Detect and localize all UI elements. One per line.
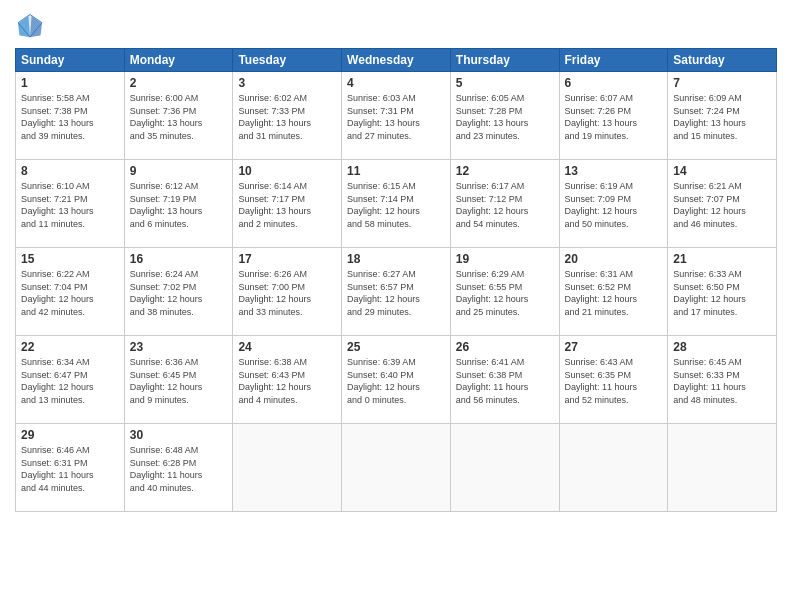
calendar-day: 7Sunrise: 6:09 AM Sunset: 7:24 PM Daylig… [668, 72, 777, 160]
day-info: Sunrise: 6:45 AM Sunset: 6:33 PM Dayligh… [673, 356, 771, 406]
day-info: Sunrise: 6:05 AM Sunset: 7:28 PM Dayligh… [456, 92, 554, 142]
day-number: 13 [565, 164, 663, 178]
day-number: 16 [130, 252, 228, 266]
calendar-day: 6Sunrise: 6:07 AM Sunset: 7:26 PM Daylig… [559, 72, 668, 160]
day-number: 18 [347, 252, 445, 266]
day-info: Sunrise: 6:09 AM Sunset: 7:24 PM Dayligh… [673, 92, 771, 142]
day-info: Sunrise: 6:34 AM Sunset: 6:47 PM Dayligh… [21, 356, 119, 406]
logo-icon [15, 10, 45, 40]
day-info: Sunrise: 6:15 AM Sunset: 7:14 PM Dayligh… [347, 180, 445, 230]
calendar-day: 13Sunrise: 6:19 AM Sunset: 7:09 PM Dayli… [559, 160, 668, 248]
calendar-week: 22Sunrise: 6:34 AM Sunset: 6:47 PM Dayli… [16, 336, 777, 424]
day-number: 29 [21, 428, 119, 442]
day-info: Sunrise: 6:22 AM Sunset: 7:04 PM Dayligh… [21, 268, 119, 318]
day-info: Sunrise: 5:58 AM Sunset: 7:38 PM Dayligh… [21, 92, 119, 142]
calendar-week: 29Sunrise: 6:46 AM Sunset: 6:31 PM Dayli… [16, 424, 777, 512]
calendar-day: 29Sunrise: 6:46 AM Sunset: 6:31 PM Dayli… [16, 424, 125, 512]
calendar-day: 2Sunrise: 6:00 AM Sunset: 7:36 PM Daylig… [124, 72, 233, 160]
day-number: 7 [673, 76, 771, 90]
day-info: Sunrise: 6:39 AM Sunset: 6:40 PM Dayligh… [347, 356, 445, 406]
calendar-day: 21Sunrise: 6:33 AM Sunset: 6:50 PM Dayli… [668, 248, 777, 336]
calendar-week: 8Sunrise: 6:10 AM Sunset: 7:21 PM Daylig… [16, 160, 777, 248]
calendar-day [233, 424, 342, 512]
day-number: 17 [238, 252, 336, 266]
day-info: Sunrise: 6:21 AM Sunset: 7:07 PM Dayligh… [673, 180, 771, 230]
calendar-day: 11Sunrise: 6:15 AM Sunset: 7:14 PM Dayli… [342, 160, 451, 248]
day-info: Sunrise: 6:31 AM Sunset: 6:52 PM Dayligh… [565, 268, 663, 318]
day-number: 3 [238, 76, 336, 90]
calendar-week: 1Sunrise: 5:58 AM Sunset: 7:38 PM Daylig… [16, 72, 777, 160]
day-info: Sunrise: 6:07 AM Sunset: 7:26 PM Dayligh… [565, 92, 663, 142]
calendar-day: 4Sunrise: 6:03 AM Sunset: 7:31 PM Daylig… [342, 72, 451, 160]
day-number: 6 [565, 76, 663, 90]
calendar-day: 3Sunrise: 6:02 AM Sunset: 7:33 PM Daylig… [233, 72, 342, 160]
calendar-day: 12Sunrise: 6:17 AM Sunset: 7:12 PM Dayli… [450, 160, 559, 248]
calendar-day: 15Sunrise: 6:22 AM Sunset: 7:04 PM Dayli… [16, 248, 125, 336]
day-number: 26 [456, 340, 554, 354]
weekday-header: Wednesday [342, 49, 451, 72]
day-number: 9 [130, 164, 228, 178]
day-number: 28 [673, 340, 771, 354]
day-number: 4 [347, 76, 445, 90]
calendar-day: 23Sunrise: 6:36 AM Sunset: 6:45 PM Dayli… [124, 336, 233, 424]
day-number: 22 [21, 340, 119, 354]
day-info: Sunrise: 6:29 AM Sunset: 6:55 PM Dayligh… [456, 268, 554, 318]
day-info: Sunrise: 6:46 AM Sunset: 6:31 PM Dayligh… [21, 444, 119, 494]
calendar-day: 30Sunrise: 6:48 AM Sunset: 6:28 PM Dayli… [124, 424, 233, 512]
day-info: Sunrise: 6:33 AM Sunset: 6:50 PM Dayligh… [673, 268, 771, 318]
day-info: Sunrise: 6:36 AM Sunset: 6:45 PM Dayligh… [130, 356, 228, 406]
day-number: 12 [456, 164, 554, 178]
day-number: 11 [347, 164, 445, 178]
page: SundayMondayTuesdayWednesdayThursdayFrid… [0, 0, 792, 612]
day-number: 19 [456, 252, 554, 266]
day-info: Sunrise: 6:38 AM Sunset: 6:43 PM Dayligh… [238, 356, 336, 406]
day-info: Sunrise: 6:19 AM Sunset: 7:09 PM Dayligh… [565, 180, 663, 230]
day-number: 2 [130, 76, 228, 90]
day-info: Sunrise: 6:48 AM Sunset: 6:28 PM Dayligh… [130, 444, 228, 494]
calendar-day: 26Sunrise: 6:41 AM Sunset: 6:38 PM Dayli… [450, 336, 559, 424]
calendar-day: 5Sunrise: 6:05 AM Sunset: 7:28 PM Daylig… [450, 72, 559, 160]
day-number: 21 [673, 252, 771, 266]
calendar-day: 28Sunrise: 6:45 AM Sunset: 6:33 PM Dayli… [668, 336, 777, 424]
calendar-day [668, 424, 777, 512]
weekday-header: Saturday [668, 49, 777, 72]
day-number: 24 [238, 340, 336, 354]
day-number: 1 [21, 76, 119, 90]
day-number: 5 [456, 76, 554, 90]
day-info: Sunrise: 6:12 AM Sunset: 7:19 PM Dayligh… [130, 180, 228, 230]
header [15, 10, 777, 40]
day-info: Sunrise: 6:02 AM Sunset: 7:33 PM Dayligh… [238, 92, 336, 142]
day-info: Sunrise: 6:41 AM Sunset: 6:38 PM Dayligh… [456, 356, 554, 406]
calendar-header: SundayMondayTuesdayWednesdayThursdayFrid… [16, 49, 777, 72]
day-number: 27 [565, 340, 663, 354]
calendar-day [342, 424, 451, 512]
calendar-day [559, 424, 668, 512]
logo [15, 10, 49, 40]
calendar-day: 1Sunrise: 5:58 AM Sunset: 7:38 PM Daylig… [16, 72, 125, 160]
calendar: SundayMondayTuesdayWednesdayThursdayFrid… [15, 48, 777, 512]
day-info: Sunrise: 6:17 AM Sunset: 7:12 PM Dayligh… [456, 180, 554, 230]
day-number: 20 [565, 252, 663, 266]
calendar-day: 17Sunrise: 6:26 AM Sunset: 7:00 PM Dayli… [233, 248, 342, 336]
calendar-day: 10Sunrise: 6:14 AM Sunset: 7:17 PM Dayli… [233, 160, 342, 248]
weekday-header: Thursday [450, 49, 559, 72]
day-number: 14 [673, 164, 771, 178]
weekday-header: Sunday [16, 49, 125, 72]
day-number: 30 [130, 428, 228, 442]
day-number: 15 [21, 252, 119, 266]
day-info: Sunrise: 6:14 AM Sunset: 7:17 PM Dayligh… [238, 180, 336, 230]
day-number: 25 [347, 340, 445, 354]
calendar-week: 15Sunrise: 6:22 AM Sunset: 7:04 PM Dayli… [16, 248, 777, 336]
day-info: Sunrise: 6:00 AM Sunset: 7:36 PM Dayligh… [130, 92, 228, 142]
calendar-day: 22Sunrise: 6:34 AM Sunset: 6:47 PM Dayli… [16, 336, 125, 424]
calendar-day: 20Sunrise: 6:31 AM Sunset: 6:52 PM Dayli… [559, 248, 668, 336]
day-info: Sunrise: 6:26 AM Sunset: 7:00 PM Dayligh… [238, 268, 336, 318]
day-number: 10 [238, 164, 336, 178]
day-info: Sunrise: 6:43 AM Sunset: 6:35 PM Dayligh… [565, 356, 663, 406]
calendar-day: 25Sunrise: 6:39 AM Sunset: 6:40 PM Dayli… [342, 336, 451, 424]
weekday-header: Monday [124, 49, 233, 72]
calendar-day: 8Sunrise: 6:10 AM Sunset: 7:21 PM Daylig… [16, 160, 125, 248]
calendar-day: 24Sunrise: 6:38 AM Sunset: 6:43 PM Dayli… [233, 336, 342, 424]
calendar-day: 19Sunrise: 6:29 AM Sunset: 6:55 PM Dayli… [450, 248, 559, 336]
day-info: Sunrise: 6:03 AM Sunset: 7:31 PM Dayligh… [347, 92, 445, 142]
